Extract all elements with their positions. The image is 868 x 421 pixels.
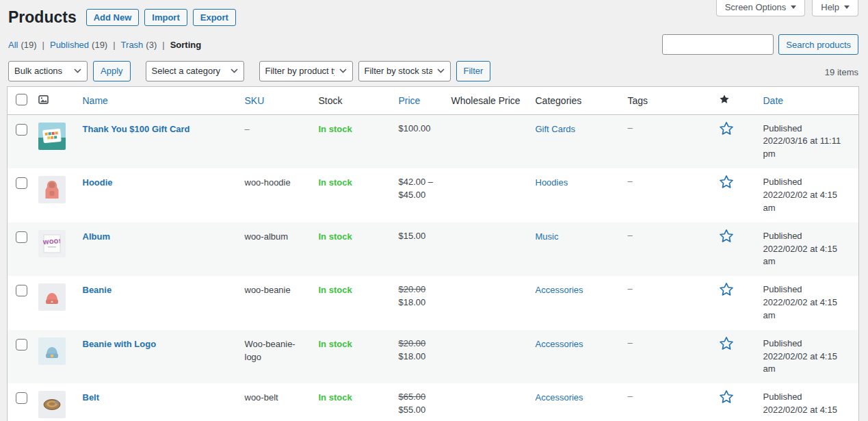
category-link[interactable]: Accessories bbox=[536, 392, 583, 403]
items-count: 19 items bbox=[825, 67, 858, 81]
publish-date: 2022/02/02 at 4:15 am bbox=[763, 296, 852, 322]
product-sku: woo-beanie bbox=[245, 285, 291, 295]
view-all-link[interactable]: All bbox=[8, 40, 18, 50]
svg-text:WOO!: WOO! bbox=[42, 238, 61, 246]
tablenav-top: Bulk actions Apply Select a category Fil… bbox=[8, 61, 858, 81]
category-link[interactable]: Gift Cards bbox=[536, 124, 576, 134]
help-tab[interactable]: Help bbox=[812, 0, 858, 16]
bulk-actions-label: Bulk actions bbox=[14, 66, 69, 76]
featured-star-toggle[interactable] bbox=[719, 336, 734, 353]
stock-status: In stock bbox=[319, 392, 352, 403]
view-sorting-current[interactable]: Sorting bbox=[170, 40, 202, 50]
chevron-down-icon bbox=[791, 5, 796, 9]
row-checkbox[interactable] bbox=[16, 124, 27, 136]
sort-by-date-header[interactable]: Date bbox=[763, 95, 784, 106]
sort-by-sku-header[interactable]: SKU bbox=[245, 95, 265, 106]
product-name-link[interactable]: Belt bbox=[83, 392, 100, 403]
product-thumbnail[interactable]: WOO! bbox=[38, 230, 66, 257]
featured-star-column-icon bbox=[719, 96, 730, 107]
stock-status-filter-label: Filter by stock status bbox=[365, 66, 432, 76]
product-sku: – bbox=[245, 124, 250, 134]
select-all-checkbox[interactable] bbox=[16, 94, 27, 105]
featured-star-toggle[interactable] bbox=[719, 390, 734, 407]
apply-button[interactable]: Apply bbox=[93, 61, 131, 81]
chevron-down-icon bbox=[844, 5, 850, 9]
row-checkbox[interactable] bbox=[16, 392, 27, 404]
screen-options-label: Screen Options bbox=[725, 2, 787, 12]
view-published-count: (19) bbox=[92, 40, 107, 50]
category-link[interactable]: Accessories bbox=[536, 285, 583, 295]
import-button[interactable]: Import bbox=[144, 9, 187, 26]
view-all-count: (19) bbox=[21, 40, 36, 50]
publish-status: Published bbox=[763, 283, 852, 296]
filters-row: Bulk actions Apply Select a category Fil… bbox=[8, 61, 490, 81]
filter-button[interactable]: Filter bbox=[456, 61, 491, 81]
product-type-filter-select[interactable]: Filter by product type bbox=[259, 61, 353, 81]
products-table-body: Thank You $100 Gift Card – In stock $100… bbox=[8, 114, 859, 421]
sort-by-name-header[interactable]: Name bbox=[83, 95, 108, 106]
product-price: $42.00 –$45.00 bbox=[392, 168, 445, 222]
row-checkbox[interactable] bbox=[16, 285, 27, 296]
sort-by-price-header[interactable]: Price bbox=[399, 95, 421, 106]
table-row: Thank You $100 Gift Card – In stock $100… bbox=[8, 114, 859, 168]
row-checkbox[interactable] bbox=[16, 339, 27, 350]
table-row: WOO! Album woo-album In stock $15.00 Mus… bbox=[8, 222, 859, 277]
product-thumbnail[interactable] bbox=[38, 337, 66, 365]
category-link[interactable]: Hoodies bbox=[536, 177, 568, 188]
category-filter-select[interactable]: Select a category bbox=[146, 61, 244, 81]
row-checkbox[interactable] bbox=[16, 231, 27, 243]
product-name-link[interactable]: Beanie with Logo bbox=[83, 339, 157, 349]
product-sku: Woo-beanie-logo bbox=[245, 339, 295, 363]
product-thumbnail[interactable] bbox=[38, 123, 66, 150]
publish-date: 2022/02/02 at 4:15 am bbox=[763, 350, 852, 377]
featured-star-toggle[interactable] bbox=[719, 229, 734, 246]
bulk-actions-select[interactable]: Bulk actions bbox=[8, 61, 88, 81]
help-label: Help bbox=[821, 2, 839, 12]
product-tags: – bbox=[628, 230, 633, 240]
add-new-button[interactable]: Add New bbox=[86, 9, 140, 26]
search-products-button[interactable]: Search products bbox=[778, 34, 858, 55]
publish-status: Published bbox=[763, 337, 852, 350]
product-price: $15.00 bbox=[392, 222, 445, 277]
view-trash-link[interactable]: Trash bbox=[121, 40, 144, 50]
view-published: Published (19) bbox=[37, 40, 108, 50]
featured-star-toggle[interactable] bbox=[719, 121, 734, 138]
row-checkbox[interactable] bbox=[16, 177, 27, 189]
table-row: Belt woo-belt In stock $65.00$55.00 Acce… bbox=[8, 383, 859, 421]
publish-date: 2022/02/02 at 4:15 am bbox=[763, 243, 852, 269]
table-row: Beanie woo-beanie In stock $20.00$18.00 … bbox=[8, 276, 859, 330]
product-name-link[interactable]: Album bbox=[83, 231, 110, 242]
stock-status-filter-select[interactable]: Filter by stock status bbox=[358, 61, 451, 81]
view-trash-count: (3) bbox=[146, 40, 157, 50]
view-published-link[interactable]: Published bbox=[50, 40, 89, 50]
view-filter-links: All (19) Published (19) Trash (3) Sortin… bbox=[8, 40, 201, 50]
product-name-link[interactable]: Hoodie bbox=[83, 177, 113, 188]
product-sku: woo-album bbox=[245, 231, 289, 242]
product-name-link[interactable]: Beanie bbox=[83, 285, 112, 295]
screen-meta-links: Screen Options Help bbox=[716, 0, 858, 16]
product-name-link[interactable]: Thank You $100 Gift Card bbox=[83, 124, 190, 134]
chevron-down-icon bbox=[339, 68, 347, 73]
featured-star-toggle[interactable] bbox=[719, 282, 734, 299]
stock-status: In stock bbox=[319, 177, 352, 188]
chevron-down-icon bbox=[437, 68, 445, 73]
product-sku: woo-hoodie bbox=[245, 177, 291, 188]
product-thumbnail[interactable] bbox=[38, 283, 66, 311]
product-thumbnail[interactable] bbox=[38, 176, 66, 203]
product-tags: – bbox=[628, 283, 633, 294]
screen-options-tab[interactable]: Screen Options bbox=[716, 0, 806, 16]
product-tags: – bbox=[628, 176, 633, 186]
stock-status: In stock bbox=[319, 124, 352, 134]
wholesale-price-column-header: Wholesale Price bbox=[451, 95, 521, 106]
products-admin-page: Products Add New Import Export All (19) … bbox=[0, 0, 868, 421]
category-filter-label: Select a category bbox=[152, 66, 226, 76]
category-link[interactable]: Accessories bbox=[536, 339, 583, 349]
publish-date: 2022/02/02 at 4:15 am bbox=[763, 404, 852, 421]
tags-column-header: Tags bbox=[628, 95, 648, 106]
search-input[interactable] bbox=[662, 34, 774, 55]
search-box: Search products bbox=[662, 34, 858, 55]
product-thumbnail[interactable] bbox=[38, 391, 66, 418]
featured-star-toggle[interactable] bbox=[719, 175, 734, 192]
export-button[interactable]: Export bbox=[193, 9, 236, 26]
category-link[interactable]: Music bbox=[536, 231, 559, 242]
